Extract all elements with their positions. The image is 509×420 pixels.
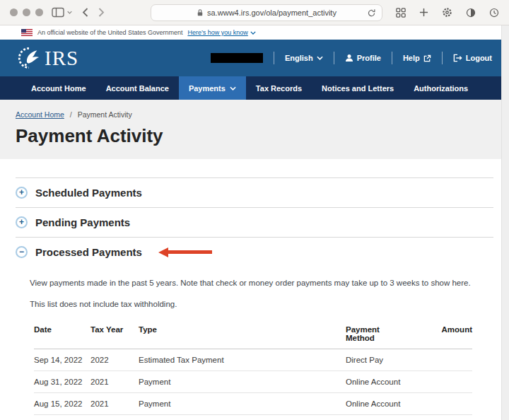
col-header-tax-year: Tax Year	[90, 321, 139, 349]
usa-gov-banner: An official website of the United States…	[0, 25, 509, 40]
profile-button[interactable]: Profile	[345, 54, 381, 62]
col-header-type: Type	[139, 321, 346, 349]
cell-amount	[432, 415, 472, 420]
page-head: Account Home / Payment Activity Payment …	[0, 100, 509, 159]
breadcrumb-account-home-link[interactable]: Account Home	[16, 110, 64, 119]
window-controls	[10, 8, 43, 16]
collapse-minus-icon[interactable]: −	[16, 246, 28, 258]
cell-type: Payment	[139, 393, 346, 415]
accordion-label: Processed Payments	[35, 246, 142, 258]
nav-account-balance[interactable]: Account Balance	[96, 76, 179, 100]
url-text: sa.www4.irs.gov/ola/payment_activity	[207, 8, 337, 17]
cell-method: Online Account	[346, 371, 432, 393]
logout-button[interactable]: Logout	[453, 54, 492, 62]
table-row: Aug 31, 2022 2021 Payment Online Account	[34, 371, 472, 393]
cell-tax-year: 2021	[90, 371, 139, 393]
nav-tax-records[interactable]: Tax Records	[246, 76, 312, 100]
table-row: Aug 15, 2022 2021 Payment Online Account	[34, 393, 472, 415]
browser-toolbar: sa.www4.irs.gov/ola/payment_activity	[0, 0, 509, 25]
logout-icon	[453, 54, 462, 62]
col-header-date: Date	[34, 321, 90, 349]
cell-type: Estimated Tax Payment	[139, 349, 346, 371]
cell-date: Aug 15, 2022	[34, 393, 90, 415]
page-title: Payment Activity	[16, 125, 491, 147]
nav-payments[interactable]: Payments	[179, 76, 246, 100]
expand-plus-icon[interactable]: +	[16, 187, 28, 199]
banner-text: An official website of the United States…	[37, 29, 182, 36]
page-scrollbar[interactable]	[501, 25, 509, 420]
cell-type: Payment	[139, 371, 346, 393]
irs-eagle-icon	[17, 46, 41, 70]
cell-method: Direct Pay	[346, 415, 432, 420]
sidebar-toggle-icon[interactable]	[52, 7, 72, 18]
cell-amount	[432, 393, 472, 415]
chevron-down-icon	[317, 56, 323, 60]
table-header-row: Date Tax Year Type Payment Method Amount	[34, 321, 472, 349]
window-close-button[interactable]	[10, 8, 18, 16]
window-zoom-button[interactable]	[35, 8, 43, 16]
table-row: Sep 14, 2022 2022 Estimated Tax Payment …	[34, 349, 472, 371]
forward-button-icon[interactable]	[98, 8, 105, 17]
cell-tax-year: 2021	[90, 415, 139, 420]
chevron-down-icon	[230, 86, 236, 91]
header-divider	[442, 52, 443, 64]
accordion-pending-payments[interactable]: + Pending Payments	[16, 207, 493, 237]
redacted-username	[211, 53, 263, 63]
irs-wordmark: IRS	[45, 47, 78, 70]
cell-amount	[432, 349, 472, 371]
nav-authorizations[interactable]: Authorizations	[404, 76, 478, 100]
back-button-icon[interactable]	[82, 8, 88, 17]
how-you-know-link[interactable]: Here’s how you know	[187, 29, 255, 36]
main-navigation: Account Home Account Balance Payments Ta…	[0, 76, 509, 100]
new-tab-icon[interactable]	[419, 8, 428, 17]
browser-window: sa.www4.irs.gov/ola/payment_activity	[0, 0, 509, 420]
cell-date: Aug 31, 2022	[34, 371, 90, 393]
accordion-label: Pending Payments	[35, 216, 130, 228]
history-clock-icon[interactable]	[489, 8, 499, 18]
header-divider	[334, 52, 334, 64]
nav-account-home[interactable]: Account Home	[21, 76, 96, 100]
expand-plus-icon[interactable]: +	[16, 216, 28, 228]
language-selector[interactable]: English	[285, 54, 323, 62]
cell-type: Payment	[139, 415, 346, 420]
header-divider	[274, 52, 274, 64]
lock-icon	[197, 8, 204, 17]
accordion-scheduled-payments[interactable]: + Scheduled Payments	[16, 177, 493, 207]
cell-tax-year: 2021	[90, 393, 139, 415]
cell-method: Online Account	[346, 393, 432, 415]
accordion-processed-payments[interactable]: − Processed Payments	[16, 237, 493, 267]
cell-method: Direct Pay	[346, 349, 432, 371]
processed-description: View payments made in the past 5 years. …	[30, 278, 493, 289]
breadcrumb: Account Home / Payment Activity	[16, 110, 491, 119]
processed-payments-panel: View payments made in the past 5 years. …	[16, 267, 493, 420]
header-divider	[392, 52, 392, 64]
payments-table: Date Tax Year Type Payment Method Amount…	[34, 321, 472, 420]
cell-date: Sep 14, 2022	[34, 349, 90, 371]
col-header-payment-method: Payment Method	[346, 321, 432, 349]
red-annotation-arrow	[158, 247, 212, 257]
breadcrumb-separator: /	[70, 110, 72, 119]
col-header-amount: Amount	[432, 321, 472, 349]
address-bar[interactable]: sa.www4.irs.gov/ola/payment_activity	[151, 4, 382, 21]
us-flag-icon	[21, 29, 33, 36]
reader-contrast-icon[interactable]	[466, 8, 476, 18]
page-content: + Scheduled Payments + Pending Payments …	[0, 159, 509, 420]
accordion-label: Scheduled Payments	[35, 187, 142, 199]
irs-header: IRS English Profile Help	[0, 40, 509, 76]
settings-gear-icon[interactable]	[442, 7, 452, 18]
tab-overview-icon[interactable]	[396, 8, 406, 18]
nav-notices-letters[interactable]: Notices and Letters	[312, 76, 404, 100]
cell-date: Aug 1, 2022	[34, 415, 90, 420]
breadcrumb-current: Payment Activity	[78, 110, 132, 119]
irs-logo[interactable]: IRS	[17, 46, 78, 70]
table-row: Aug 1, 2022 2021 Payment Direct Pay	[34, 415, 472, 420]
processed-note: This list does not include tax withholdi…	[30, 299, 493, 310]
person-icon	[345, 54, 353, 62]
external-link-icon	[423, 54, 431, 62]
cell-amount	[432, 371, 472, 393]
help-button[interactable]: Help	[403, 54, 431, 62]
cell-tax-year: 2022	[90, 349, 139, 371]
window-minimize-button[interactable]	[23, 8, 30, 16]
refresh-icon[interactable]	[367, 8, 376, 18]
